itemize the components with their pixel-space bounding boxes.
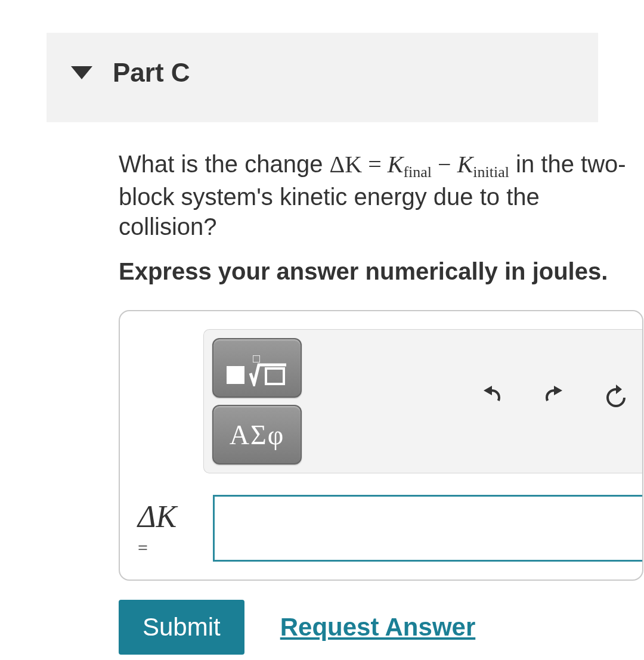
reset-icon — [602, 383, 630, 412]
math-template-button[interactable]: □ — [212, 338, 302, 398]
sub-final: final — [403, 163, 432, 181]
sym-k2: K — [457, 151, 473, 178]
redo-button[interactable] — [540, 383, 568, 419]
greek-symbols-button[interactable]: ΑΣφ — [212, 405, 302, 464]
sub-initial: initial — [473, 163, 509, 181]
equation-toolbar: □ ΑΣφ — [203, 329, 642, 473]
part-title: Part C — [113, 58, 190, 88]
caret-down-icon — [71, 66, 92, 79]
var-deltaK: ΔK — [138, 500, 177, 534]
redo-icon — [540, 383, 568, 412]
greek-icon-label: ΑΣφ — [230, 419, 285, 451]
sym-k1: K — [388, 151, 404, 178]
answer-box: □ ΑΣφ — [119, 310, 643, 581]
part-header[interactable]: Part C — [47, 33, 598, 122]
content-area: What is the change ΔK = Kfinal − Kinitia… — [119, 149, 643, 655]
sym-eq: = — [362, 151, 388, 178]
undo-icon — [478, 383, 506, 412]
equation-deltaK: ΔK = Kfinal − Kinitial — [330, 151, 509, 178]
svg-rect-2 — [266, 368, 284, 384]
submit-button[interactable]: Submit — [119, 600, 244, 655]
question-text: What is the change ΔK = Kfinal − Kinitia… — [119, 149, 643, 241]
answer-variable-label: ΔK = — [138, 499, 197, 558]
svg-rect-0 — [227, 366, 244, 384]
sym-minus: − — [432, 151, 457, 178]
question-lead: What is the change — [119, 151, 330, 177]
history-icons — [478, 383, 642, 419]
var-equals: = — [138, 538, 197, 558]
undo-button[interactable] — [478, 383, 506, 419]
action-row: Submit Request Answer — [119, 600, 643, 655]
math-template-icon: □ — [224, 349, 290, 386]
tool-column: □ ΑΣφ — [212, 338, 302, 464]
answer-input-row: ΔK = — [138, 495, 642, 562]
request-answer-link[interactable]: Request Answer — [280, 613, 476, 642]
reset-button[interactable] — [602, 383, 630, 419]
svg-text:□: □ — [253, 352, 260, 365]
answer-instruction: Express your answer numerically in joule… — [119, 258, 643, 285]
answer-input[interactable] — [213, 495, 642, 562]
sym-deltaK: ΔK — [330, 151, 363, 178]
